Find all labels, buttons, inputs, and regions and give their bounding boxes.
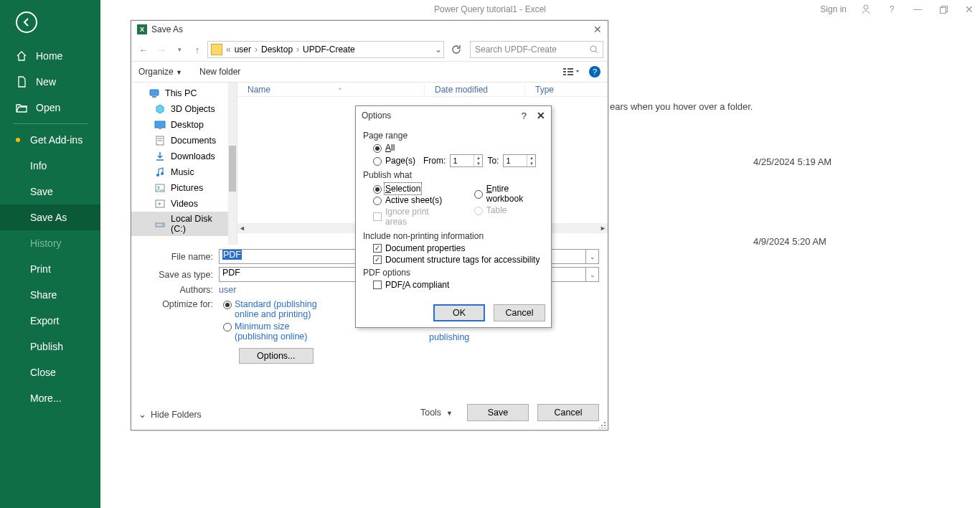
sidebar-item-share[interactable]: Share <box>0 282 100 308</box>
docprops-checkbox[interactable]: Document properties <box>373 243 544 253</box>
scrollbar-thumb[interactable] <box>229 146 236 192</box>
window-restore-icon[interactable] <box>937 6 950 14</box>
sidebar-item-open[interactable]: Open <box>0 95 100 121</box>
address-bar[interactable]: « user › Desktop › UPDF-Create ⌄ <box>207 41 444 58</box>
sidebar-item-print[interactable]: Print <box>0 256 100 282</box>
options-titlebar: Options ? ✕ <box>356 106 551 125</box>
cancel-button[interactable]: Cancel <box>537 404 599 421</box>
sidebar-item-more[interactable]: More... <box>0 385 100 411</box>
back-button[interactable] <box>0 0 100 43</box>
docstruct-checkbox[interactable]: Document structure tags for accessibilit… <box>373 255 544 265</box>
optimize-standard-radio[interactable]: Standard (publishing online and printing… <box>223 299 328 319</box>
sidebar-item-publish[interactable]: Publish <box>0 334 100 359</box>
organize-button[interactable]: Organize ▼ <box>138 67 182 77</box>
authors-value[interactable]: user <box>219 285 236 295</box>
sidebar-label: Share <box>30 289 57 301</box>
options-help-icon[interactable]: ? <box>522 110 527 121</box>
options-button[interactable]: Options... <box>239 348 314 364</box>
breadcrumb-segment[interactable]: Desktop <box>261 44 293 55</box>
breadcrumb-segment[interactable]: UPDF-Create <box>303 44 355 55</box>
publish-entire-radio[interactable]: Entire workbook <box>474 184 544 204</box>
sidebar-item-save[interactable]: Save <box>0 179 100 204</box>
to-spinner[interactable]: ▲▼ <box>503 154 536 167</box>
dialog-help-icon[interactable]: ? <box>589 66 600 77</box>
radio-icon <box>373 185 382 194</box>
pictures-icon <box>154 182 166 194</box>
optimize-minimum-radio[interactable]: Minimum size (publishing online) <box>223 321 328 342</box>
pc-icon <box>149 88 160 99</box>
nav-recent-dropdown[interactable]: ▾ <box>171 42 187 57</box>
recent-date-1: 4/25/2024 5:19 AM <box>753 156 831 167</box>
nav-up-button[interactable]: ↑ <box>189 42 205 57</box>
to-input[interactable] <box>504 156 527 165</box>
from-spinner[interactable]: ▲▼ <box>450 154 483 167</box>
tree-item-documents[interactable]: Documents <box>131 133 237 149</box>
refresh-button[interactable] <box>448 42 463 57</box>
help-icon[interactable]: ? <box>885 4 898 14</box>
svg-point-22 <box>158 187 160 189</box>
from-input[interactable] <box>451 156 473 165</box>
user-icon[interactable] <box>859 4 872 15</box>
nav-back-button[interactable]: ← <box>136 42 151 57</box>
file-name-dropdown-icon[interactable]: ⌄ <box>586 249 599 264</box>
recent-date-2: 4/9/2024 5:20 AM <box>753 236 826 247</box>
page-range-label: Page range <box>363 131 544 141</box>
sidebar-item-close[interactable]: Close <box>0 359 100 385</box>
sidebar-label: Save <box>30 186 53 197</box>
sidebar-label: Close <box>30 367 56 378</box>
window-minimize-icon[interactable]: — <box>911 4 924 14</box>
col-date[interactable]: Date modified <box>424 85 524 95</box>
tree-item-thispc[interactable]: This PC <box>131 85 237 101</box>
new-folder-button[interactable]: New folder <box>199 67 240 77</box>
tree-item-videos[interactable]: Videos <box>131 196 237 212</box>
col-name[interactable]: Name ⌃ <box>237 85 424 95</box>
tools-menu[interactable]: Tools ▼ <box>420 408 453 418</box>
sidebar-item-export[interactable]: Export <box>0 308 100 334</box>
breadcrumb-segment[interactable]: user <box>235 44 251 55</box>
window-close-icon[interactable]: ✕ <box>963 4 976 15</box>
options-close-icon[interactable]: ✕ <box>537 110 545 121</box>
documents-icon <box>154 135 166 146</box>
sign-in-link[interactable]: Sign in <box>820 4 847 14</box>
pdfa-checkbox[interactable]: PDF/A compliant <box>373 280 544 290</box>
tree-item-desktop[interactable]: Desktop <box>131 117 237 133</box>
tree-item-3d[interactable]: 3D Objects <box>131 101 237 117</box>
sidebar-item-new[interactable]: New <box>0 69 100 95</box>
col-type[interactable]: Type <box>524 85 608 95</box>
address-dropdown-icon[interactable]: ⌄ <box>433 44 443 55</box>
docstruct-label: Document structure tags for accessibilit… <box>385 255 540 265</box>
tree-label: Local Disk (C:) <box>171 214 225 234</box>
resize-grip-icon[interactable] <box>599 421 606 428</box>
hide-folders-button[interactable]: ⌄ Hide Folders <box>138 409 202 420</box>
page-range-pages-radio[interactable]: Page(s) From: ▲▼ To: ▲▼ <box>373 154 544 167</box>
tree-item-pictures[interactable]: Pictures <box>131 180 237 196</box>
scroll-left-icon[interactable]: ◄ <box>239 225 245 232</box>
view-mode-button[interactable] <box>563 67 579 77</box>
publish-selection-radio[interactable]: Selection <box>373 184 448 194</box>
options-cancel-button[interactable]: Cancel <box>494 304 545 321</box>
save-button[interactable]: Save <box>467 404 529 421</box>
tree-label: Desktop <box>171 120 204 130</box>
search-input[interactable]: Search UPDF-Create <box>470 41 603 58</box>
sidebar-item-saveas[interactable]: Save As <box>0 204 100 230</box>
radio-icon <box>373 157 382 166</box>
sidebar-item-info[interactable]: Info <box>0 153 100 179</box>
column-headers[interactable]: Name ⌃ Date modified Type <box>237 83 608 97</box>
dialog-close-icon[interactable]: ✕ <box>593 24 602 35</box>
tree-item-music[interactable]: Music <box>131 164 237 180</box>
app-title: Power Query tutorial1 - Excel <box>434 4 546 14</box>
sidebar-item-addins[interactable]: Get Add-ins <box>0 127 100 153</box>
tree-item-localdisk[interactable]: Local Disk (C:) ⌄ <box>131 212 237 236</box>
sidebar-item-home[interactable]: Home <box>0 43 100 69</box>
scroll-right-icon[interactable]: ► <box>600 225 606 232</box>
page-range-all-radio[interactable]: All <box>373 143 544 153</box>
svg-rect-13 <box>155 121 165 128</box>
publish-active-radio[interactable]: Active sheet(s) <box>373 195 448 205</box>
file-name-label: File name: <box>131 252 219 262</box>
options-ok-button[interactable]: OK <box>433 304 485 321</box>
save-type-dropdown-icon[interactable]: ⌄ <box>586 267 599 282</box>
svg-point-20 <box>161 172 164 175</box>
tree-item-downloads[interactable]: Downloads <box>131 149 237 164</box>
sidebar-divider <box>13 123 88 124</box>
tree-scrollbar[interactable] <box>228 83 237 245</box>
